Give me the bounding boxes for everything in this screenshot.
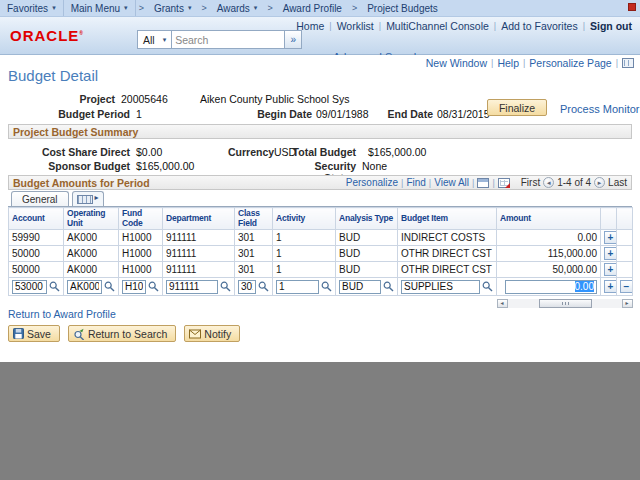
separator: | xyxy=(523,58,525,68)
cost-share-value: $0.00 xyxy=(136,146,162,158)
pager-last-label[interactable]: Last xyxy=(608,177,627,188)
lookup-icon[interactable] xyxy=(104,281,115,292)
sponsor-budget-value: $165,000.00 xyxy=(136,160,194,172)
page-layout-icon[interactable] xyxy=(622,58,634,68)
project-label: Project xyxy=(55,93,115,105)
oracle-logo: ORACLE® xyxy=(10,27,84,44)
nav-worklist-link[interactable]: Worklist xyxy=(337,20,374,32)
account-input[interactable] xyxy=(12,280,47,294)
col-department: Department xyxy=(163,208,235,230)
new-window-link[interactable]: New Window xyxy=(426,57,487,69)
breadcrumb-awards-label: Awards xyxy=(217,3,250,14)
grid-pager: First ◄ 1-4 of 4 ► Last xyxy=(521,177,627,188)
favorites-menu-label: Favorites xyxy=(7,3,48,14)
notify-button[interactable]: Notify xyxy=(184,325,240,342)
cell-fund-code: H1000 xyxy=(119,230,163,246)
pager-next-button[interactable]: ► xyxy=(594,177,605,188)
cell-activity: 1 xyxy=(273,230,336,246)
search-submit-button[interactable]: » xyxy=(285,30,302,49)
lookup-icon[interactable] xyxy=(321,281,332,292)
activity-input[interactable] xyxy=(276,280,319,294)
nav-multichannel-link[interactable]: MultiChannel Console xyxy=(386,20,489,32)
analysis-type-input[interactable] xyxy=(339,280,381,294)
breadcrumb-grants[interactable]: Grants ▾ xyxy=(147,0,199,16)
col-fund-code: Fund Code xyxy=(119,208,163,230)
registered-mark: ® xyxy=(79,30,84,36)
application-window: Favorites ▾ Main Menu ▾ > Grants ▾ > Awa… xyxy=(0,0,640,480)
col-account: Account xyxy=(9,208,64,230)
scroll-right-button[interactable]: ► xyxy=(622,299,633,308)
search-scope-dropdown[interactable]: All ▾ xyxy=(137,30,171,49)
add-row-button[interactable]: + xyxy=(604,247,617,260)
search-input[interactable] xyxy=(171,30,285,49)
personalize-link[interactable]: Personalize xyxy=(346,177,398,188)
lookup-icon[interactable] xyxy=(258,281,269,292)
project-id: 20005646 xyxy=(121,93,168,105)
return-to-search-button[interactable]: Return to Search xyxy=(68,325,176,342)
lookup-icon[interactable] xyxy=(482,281,493,292)
main-menu-label: Main Menu xyxy=(71,3,120,14)
tab-show-all-columns[interactable] xyxy=(72,191,104,206)
show-all-columns-icon xyxy=(77,195,93,204)
total-budget-label: Total Budget xyxy=(280,146,356,158)
fund-code-input[interactable] xyxy=(122,280,146,294)
view-all-link[interactable]: View All xyxy=(434,177,469,188)
tab-general[interactable]: General xyxy=(11,191,69,206)
cell-amount: 0.00 xyxy=(497,230,601,246)
pager-first-label[interactable]: First xyxy=(521,177,540,188)
cell-activity: 1 xyxy=(273,262,336,278)
col-add xyxy=(601,208,617,230)
class-field-input[interactable] xyxy=(238,280,256,294)
sign-out-link[interactable]: Sign out xyxy=(590,20,632,32)
return-to-award-profile-link[interactable]: Return to Award Profile xyxy=(8,308,116,320)
save-icon xyxy=(13,328,24,339)
delete-row-button[interactable]: − xyxy=(620,280,633,293)
cell-analysis-type: BUD xyxy=(336,230,398,246)
department-input[interactable] xyxy=(166,280,218,294)
notify-button-label: Notify xyxy=(204,328,231,340)
breadcrumb-award-profile[interactable]: Award Profile xyxy=(276,0,349,16)
lookup-icon[interactable] xyxy=(148,281,159,292)
cell-budget-item: OTHR DIRECT CST xyxy=(398,262,497,278)
scroll-left-button[interactable]: ◄ xyxy=(497,299,508,308)
find-link[interactable]: Find xyxy=(406,177,425,188)
page-content: New Window | Help | Personalize Page | B… xyxy=(0,55,640,362)
cell-class-field: 301 xyxy=(235,262,273,278)
pager-previous-button[interactable]: ◄ xyxy=(543,177,554,188)
page-utility-links: New Window | Help | Personalize Page | xyxy=(426,57,634,69)
scrollbar-track[interactable] xyxy=(508,299,622,308)
save-button[interactable]: Save xyxy=(8,325,60,342)
help-link[interactable]: Help xyxy=(497,57,519,69)
download-to-excel-icon[interactable] xyxy=(498,178,510,188)
operating-unit-input[interactable] xyxy=(67,280,102,294)
lookup-icon[interactable] xyxy=(220,281,231,292)
amount-input[interactable]: 0.00 xyxy=(505,280,597,294)
process-monitor-link[interactable]: Process Monitor xyxy=(560,103,639,115)
nav-add-to-favorites-link[interactable]: Add to Favorites xyxy=(501,20,577,32)
breadcrumb-awards[interactable]: Awards ▾ xyxy=(210,0,265,16)
finalize-button[interactable]: Finalize xyxy=(487,99,547,116)
lookup-icon[interactable] xyxy=(383,281,394,292)
personalize-page-link[interactable]: Personalize Page xyxy=(529,57,611,69)
pager-range: 1-4 of 4 xyxy=(557,177,591,188)
col-budget-item: Budget Item xyxy=(398,208,497,230)
header-banner: ORACLE® Home | Worklist | MultiChannel C… xyxy=(0,17,640,55)
add-row-button[interactable]: + xyxy=(604,280,617,293)
breadcrumb-project-budgets[interactable]: Project Budgets xyxy=(360,0,445,16)
end-date-label: End Date xyxy=(380,108,433,120)
main-menu[interactable]: Main Menu ▾ xyxy=(63,0,136,16)
cell-operating-unit: AK000 xyxy=(64,230,119,246)
add-row-button[interactable]: + xyxy=(604,263,617,276)
add-row-button[interactable]: + xyxy=(604,231,617,244)
col-analysis-type: Analysis Type xyxy=(336,208,398,230)
breadcrumb: Favorites ▾ Main Menu ▾ > Grants ▾ > Awa… xyxy=(0,0,640,17)
favorites-menu[interactable]: Favorites ▾ xyxy=(0,0,63,16)
table-row: 50000 AK000 H1000 911111 301 1 BUD OTHR … xyxy=(9,262,633,278)
zoom-grid-icon[interactable] xyxy=(477,178,489,188)
cell-analysis-type: BUD xyxy=(336,262,398,278)
currency-label: Currency xyxy=(228,146,274,158)
scrollbar-thumb[interactable] xyxy=(539,299,591,308)
cell-account: 59990 xyxy=(9,230,64,246)
lookup-icon[interactable] xyxy=(49,281,60,292)
budget-item-input[interactable] xyxy=(401,280,480,294)
